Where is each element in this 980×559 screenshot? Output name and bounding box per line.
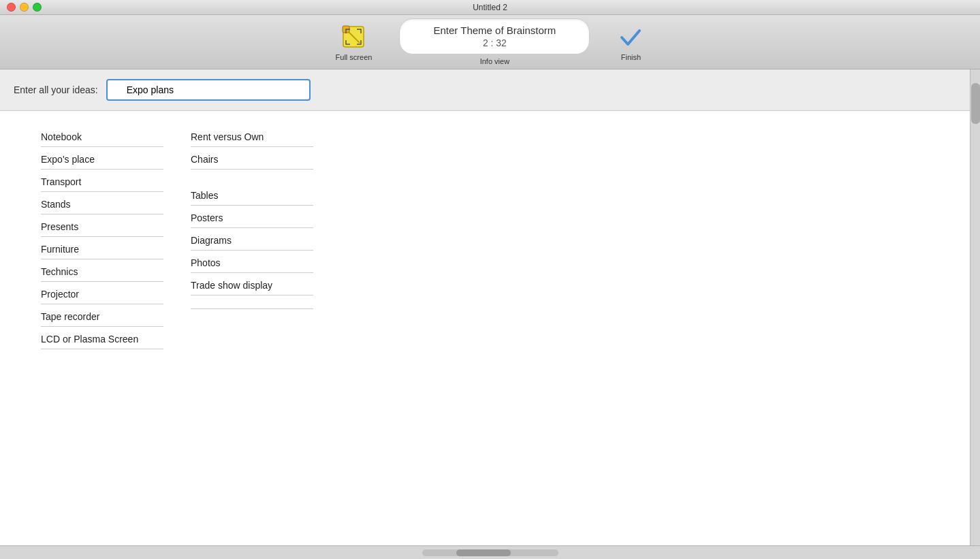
toolbar: Full screen Enter Theme of Brainstorm 2 … (0, 15, 980, 69)
list-item: Transport (41, 170, 163, 192)
idea-input[interactable] (106, 79, 311, 101)
list-item: Posters (191, 206, 313, 228)
scrollbar-track[interactable] (422, 549, 558, 556)
list-item: Rent versus Own (191, 125, 313, 147)
list-item: LCD or Plasma Screen (41, 327, 163, 349)
list-item: Tape recorder (41, 304, 163, 327)
list-item: Stands (41, 192, 163, 214)
fullscreen-button[interactable]: Full screen (336, 23, 373, 61)
input-wrapper: • (106, 79, 311, 101)
list-item-spacer2 (191, 296, 313, 309)
finish-label: Finish (621, 53, 641, 61)
scrollbar-thumb-h[interactable] (456, 549, 511, 556)
list-item: Projector (41, 282, 163, 304)
column-1: Notebook Expo's place Transport Stands P… (41, 125, 191, 349)
title-bar: Untitled 2 (0, 0, 980, 15)
fullscreen-icon (340, 23, 367, 50)
list-item: Furniture (41, 237, 163, 259)
maximize-button[interactable] (33, 3, 42, 12)
ideas-container: Notebook Expo's place Transport Stands P… (0, 111, 980, 363)
list-item: Trade show display (191, 273, 313, 296)
column-2: Rent versus Own Chairs Tables Posters Di… (191, 125, 341, 349)
list-item: Chairs (191, 147, 313, 170)
timer: 2 : 32 (427, 37, 562, 48)
list-item: Photos (191, 251, 313, 273)
close-button[interactable] (7, 3, 16, 12)
list-item: Notebook (41, 125, 163, 147)
traffic-lights (7, 3, 42, 12)
list-item-spacer (191, 170, 313, 183)
list-item: Diagrams (191, 228, 313, 251)
scrollbar-thumb[interactable] (971, 83, 980, 124)
fullscreen-label: Full screen (336, 53, 373, 61)
content-area: Notebook Expo's place Transport Stands P… (0, 111, 980, 552)
theme-title: Enter Theme of Brainstorm (427, 25, 562, 36)
input-bar: Enter all your ideas: • (0, 69, 980, 111)
bottom-scrollbar-area (0, 545, 980, 559)
list-item: Tables (191, 183, 313, 206)
list-item: Presents (41, 214, 163, 237)
list-item: Technics (41, 259, 163, 282)
finish-button[interactable]: Finish (617, 23, 644, 61)
finish-icon (617, 23, 644, 50)
window-title: Untitled 2 (473, 3, 507, 12)
right-scrollbar[interactable] (970, 69, 980, 545)
list-item: Expo's place (41, 147, 163, 170)
info-pill: Enter Theme of Brainstorm 2 : 32 (399, 18, 590, 54)
infoview-label: Info view (480, 57, 509, 65)
input-label: Enter all your ideas: (14, 84, 98, 95)
minimize-button[interactable] (20, 3, 29, 12)
